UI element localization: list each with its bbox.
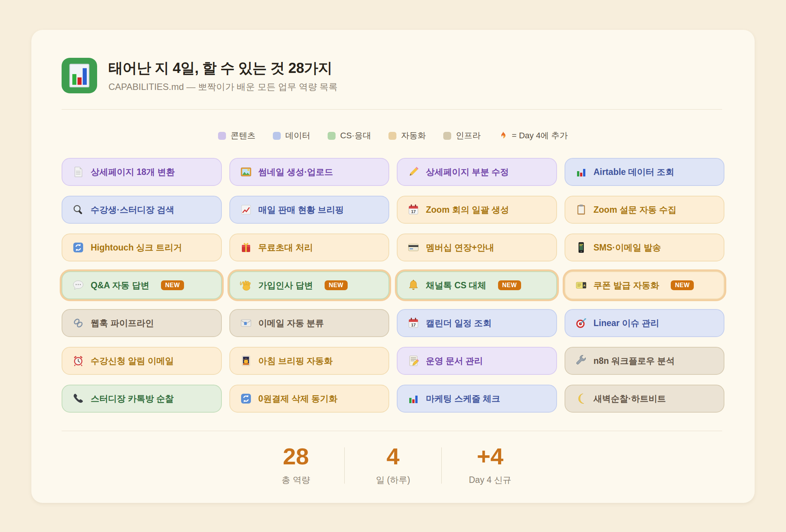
link-icon — [72, 317, 84, 329]
capability-label: 운영 문서 관리 — [426, 355, 483, 367]
capability-label: 수강생·스터디장 검색 — [91, 204, 174, 216]
stats-row: 28총 역량4일 (하루)+4Day 4 신규 — [31, 445, 755, 486]
bell-icon — [407, 279, 419, 291]
capability-label: Airtable 데이터 조회 — [594, 166, 674, 178]
new-badge: NEW — [161, 280, 184, 290]
capability-label: 쿠폰 발급 자동화 — [594, 280, 659, 291]
stat-label: Day 4 신규 — [442, 474, 538, 486]
capability-pill: 썸네일 생성·업로드 — [229, 158, 390, 186]
pencil-icon — [407, 166, 419, 178]
target-icon — [575, 317, 587, 329]
new-badge: NEW — [498, 280, 521, 290]
legend-flame-note: = Day 4에 추가 — [498, 130, 568, 141]
capability-pill: 상세페이지 부분 수정 — [397, 158, 557, 186]
svg-text:17: 17 — [411, 209, 416, 214]
header: 태어난 지 4일, 할 수 있는 것 28가지 CAPABILITIES.md … — [62, 58, 724, 93]
stat-value: 4 — [345, 445, 441, 468]
capability-label: 웹훅 파이프라인 — [91, 317, 154, 329]
legend-label: 인프라 — [456, 130, 481, 141]
legend-item-cs: CS·응대 — [328, 130, 371, 141]
envelope-icon — [240, 317, 252, 329]
capability-pill: 아침 브리핑 자동화 — [229, 347, 390, 375]
capability-pill: 채널톡 CS 대체NEW — [397, 271, 557, 299]
page: 태어난 지 4일, 할 수 있는 것 28가지 CAPABILITIES.md … — [0, 0, 786, 532]
capability-label: 캘린더 일정 조회 — [426, 317, 492, 329]
legend-swatch-infra — [443, 132, 451, 140]
capability-label: 새벽순찰·하트비트 — [594, 393, 666, 405]
capability-label: n8n 워크플로우 분석 — [594, 355, 675, 367]
capability-pill: 수강생·스터디장 검색 — [62, 196, 222, 224]
stat-label: 일 (하루) — [345, 474, 441, 486]
capability-pill: 가입인사 답변NEW — [229, 271, 390, 299]
capability-pill: 마케팅 스케줄 체크 — [397, 385, 557, 413]
legend-item-content: 콘텐츠 — [218, 130, 255, 141]
capability-pill: 웹훅 파이프라인 — [62, 309, 222, 337]
legend-item-infra: 인프라 — [443, 130, 481, 141]
svg-text:17: 17 — [411, 323, 416, 327]
gift-icon — [240, 241, 252, 254]
legend-label: 콘텐츠 — [231, 130, 255, 141]
phone-receiver-icon — [72, 393, 84, 405]
capability-pill: 17Zoom 회의 일괄 생성 — [397, 196, 557, 224]
legend-swatch-cs — [328, 132, 336, 140]
alarm-clock-icon — [72, 355, 84, 367]
bar-chart-icon — [575, 166, 587, 178]
capability-pill: 상세페이지 18개 변환 — [62, 158, 222, 186]
sunrise-icon — [240, 355, 252, 367]
legend-swatch-automation — [388, 132, 396, 140]
clipboard-icon — [575, 204, 587, 216]
capability-label: Linear 이슈 관리 — [594, 317, 659, 329]
capability-pill: n8n 워크플로우 분석 — [565, 347, 725, 375]
page-title: 태어난 지 4일, 할 수 있는 것 28가지 — [108, 59, 337, 78]
header-divider — [62, 109, 722, 110]
capability-pill: Linear 이슈 관리 — [565, 309, 725, 337]
capability-pill: Airtable 데이터 조회 — [565, 158, 725, 186]
new-badge: NEW — [671, 280, 694, 290]
flame-note-text: = Day 4에 추가 — [512, 130, 568, 141]
wrench-icon — [575, 355, 587, 367]
capability-label: Q&A 자동 답변 — [91, 280, 149, 291]
legend-label: CS·응대 — [340, 130, 371, 141]
svg-text:A: A — [583, 284, 585, 287]
capability-label: Hightouch 싱크 트리거 — [91, 242, 182, 254]
legend-swatch-content — [218, 132, 226, 140]
speech-bubble-icon — [72, 279, 84, 291]
stat-block: 28총 역량 — [248, 445, 344, 486]
legend-label: 데이터 — [285, 130, 310, 141]
capability-label: 상세페이지 18개 변환 — [91, 166, 175, 178]
capability-pill: 스터디장 카톡방 순찰 — [62, 385, 222, 413]
calendar-icon: 17 — [407, 317, 419, 329]
capability-label: 상세페이지 부분 수정 — [426, 166, 509, 178]
capability-pill: 0원결제 삭제 동기화 — [229, 385, 390, 413]
capability-label: 채널톡 CS 대체 — [426, 280, 486, 291]
capability-label: 아침 브리핑 자동화 — [258, 355, 333, 367]
capability-pill: 17캘린더 일정 조회 — [397, 309, 557, 337]
capability-label: Zoom 회의 일괄 생성 — [426, 204, 509, 216]
capability-label: 이메일 자동 분류 — [258, 317, 324, 329]
capability-pill: Hightouch 싱크 트리거 — [62, 234, 222, 261]
capability-label: 마케팅 스케줄 체크 — [426, 393, 500, 405]
capability-label: 스터디장 카톡방 순찰 — [91, 393, 174, 405]
page-subtitle: CAPABILITIES.md — 뽀짝이가 배운 모든 업무 역량 목록 — [108, 81, 337, 93]
credit-card-icon — [407, 241, 419, 254]
capability-pill: 멤버십 연장+안내 — [397, 234, 557, 261]
waving-hand-icon — [240, 279, 252, 291]
flame-icon — [498, 131, 508, 141]
capability-pill: A쿠폰 발급 자동화NEW — [565, 271, 725, 299]
legend-item-automation: 자동화 — [388, 130, 426, 141]
footer-divider — [62, 431, 722, 431]
capability-pill: 수강신청 알림 이메일 — [62, 347, 222, 375]
capability-label: 썸네일 생성·업로드 — [258, 166, 333, 178]
magnifier-icon — [72, 204, 84, 216]
calendar-icon: 17 — [407, 204, 419, 216]
capability-label: 수강신청 알림 이메일 — [91, 355, 174, 367]
mobile-phone-icon — [575, 241, 587, 254]
capability-label: SMS·이메일 발송 — [594, 242, 661, 254]
capability-pill: 새벽순찰·하트비트 — [565, 385, 725, 413]
capability-label: 무료초대 처리 — [258, 242, 313, 254]
capability-label: 0원결제 삭제 동기화 — [258, 393, 338, 405]
capability-label: 매일 판매 현황 브리핑 — [258, 204, 344, 216]
capability-pill: SMS·이메일 발송 — [565, 234, 725, 261]
sync-icon — [240, 393, 252, 405]
capability-label: 멤버십 연장+안내 — [426, 242, 494, 254]
